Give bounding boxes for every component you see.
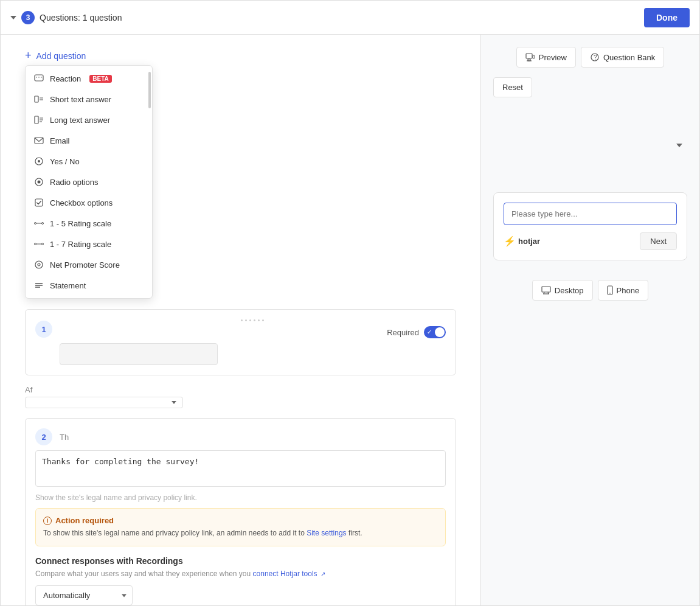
after-dropdown[interactable] [25, 397, 183, 408]
question-type-dropdown: Reaction BETA Short text answer Long tex… [25, 65, 153, 299]
device-row: Desktop Phone [493, 280, 687, 301]
widget-footer: ⚡ hotjar Next [504, 232, 677, 250]
dropdown-item-rating7[interactable]: 1 - 7 Rating scale [26, 234, 152, 254]
reset-label: Reset [502, 83, 523, 92]
svg-point-24 [38, 263, 40, 266]
next-button[interactable]: Next [640, 232, 677, 250]
dropdown-item-email[interactable]: Email [26, 130, 152, 151]
action-required-box: i Action required To show this site's le… [35, 508, 446, 546]
svg-rect-28 [526, 54, 532, 58]
hj-slash-icon: ⚡ [504, 235, 516, 247]
radio-label: Radio options [50, 178, 99, 187]
question-2-card: 2 Th Thanks for completing the survey! S… [25, 418, 456, 605]
desktop-icon [541, 286, 551, 294]
preview-widget: ⚡ hotjar Next [493, 192, 687, 260]
svg-text:?: ? [594, 54, 597, 61]
svg-point-23 [35, 261, 43, 268]
long-text-label: Long text answer [50, 116, 110, 125]
plus-icon: + [25, 49, 32, 62]
short-text-icon [34, 94, 44, 104]
question-1-input[interactable] [60, 343, 218, 365]
svg-rect-31 [533, 55, 535, 58]
svg-point-17 [35, 223, 36, 225]
hotjar-logo: ⚡ hotjar [504, 235, 540, 247]
checkbox-icon [34, 198, 44, 207]
question-bank-icon: ? [590, 52, 600, 62]
after-label: Af [25, 385, 456, 394]
add-question-button[interactable]: + Add question [25, 47, 86, 64]
long-text-icon [34, 115, 44, 125]
rating5-label: 1 - 5 Rating scale [50, 219, 111, 228]
survey-completion-textarea[interactable]: Thanks for completing the survey! [35, 450, 446, 487]
right-panel: Preview ? Question Bank Reset ⚡ [480, 35, 699, 605]
after-chevron-icon [172, 401, 176, 404]
phone-label: Phone [617, 286, 640, 295]
yes-no-icon [34, 156, 44, 166]
rating5-icon [34, 218, 44, 228]
legal-text: Show the site's legal name and privacy p… [35, 493, 446, 502]
step-badge: 3 [21, 11, 35, 24]
connect-hotjar-link[interactable]: connect Hotjar tools ↗ [253, 569, 325, 578]
dropdown-item-long-text[interactable]: Long text answer [26, 110, 152, 130]
nps-label: Net Promoter Score [50, 260, 120, 270]
phone-button[interactable]: Phone [598, 280, 649, 301]
rating7-icon [34, 239, 44, 249]
required-toggle[interactable]: ✓ [424, 326, 446, 338]
question-2-number: 2 [35, 428, 52, 445]
email-label: Email [50, 136, 70, 145]
radio-icon [34, 177, 44, 187]
svg-point-39 [609, 293, 611, 294]
action-required-title: i Action required [43, 516, 438, 525]
svg-point-20 [35, 243, 36, 245]
add-question-label: Add question [36, 51, 86, 61]
connect-title: Connect responses with Recordings [35, 556, 446, 566]
connect-desc: Compare what your users say and what the… [35, 568, 446, 579]
dropdown-item-checkbox[interactable]: Checkbox options [26, 192, 152, 213]
svg-rect-7 [35, 116, 38, 124]
preview-button[interactable]: Preview [516, 47, 576, 68]
desktop-button[interactable]: Desktop [532, 280, 593, 301]
desktop-label: Desktop [555, 286, 584, 295]
short-text-label: Short text answer [50, 95, 111, 104]
svg-point-19 [42, 223, 44, 225]
svg-point-13 [38, 160, 40, 162]
reset-button[interactable]: Reset [493, 77, 532, 97]
svg-rect-11 [35, 138, 43, 144]
dropdown-item-short-text[interactable]: Short text answer [26, 89, 152, 110]
dropdown-item-reaction[interactable]: Reaction BETA [26, 68, 152, 89]
connect-dropdown[interactable]: Automatically [35, 585, 133, 605]
beta-badge: BETA [89, 75, 111, 83]
main-layout: + Add question Reaction BETA [1, 35, 699, 605]
question-bank-button[interactable]: ? Question Bank [581, 47, 664, 68]
widget-collapse-icon[interactable] [676, 144, 682, 147]
svg-rect-0 [35, 75, 43, 81]
dropdown-item-statement[interactable]: Statement [26, 275, 152, 296]
dropdown-item-yes-no[interactable]: Yes / No [26, 151, 152, 172]
done-button[interactable]: Done [644, 8, 690, 27]
question-2-header: 2 Th [35, 428, 446, 445]
chevron-down-icon[interactable] [10, 16, 16, 19]
question-1-number: 1 [35, 321, 52, 338]
toggle-check: ✓ [427, 329, 432, 335]
header-title: Questions: 1 question [40, 13, 122, 23]
question-bank-label: Question Bank [603, 53, 655, 62]
widget-area: ⚡ hotjar Next [493, 156, 687, 260]
phone-icon [607, 285, 613, 295]
nps-icon [34, 260, 44, 270]
widget-input[interactable] [504, 203, 677, 225]
connect-section: Connect responses with Recordings Compar… [35, 556, 446, 605]
svg-point-15 [38, 181, 41, 184]
statement-label: Statement [50, 281, 86, 290]
site-settings-link[interactable]: Site settings [307, 529, 348, 537]
question-1-card: 1 Required [25, 309, 456, 375]
dropdown-item-nps[interactable]: Net Promoter Score [26, 254, 152, 275]
left-panel: + Add question Reaction BETA [1, 35, 480, 605]
dropdown-item-rating5[interactable]: 1 - 5 Rating scale [26, 213, 152, 234]
question-2-label: Th [60, 433, 69, 442]
toggle-knob [435, 327, 445, 337]
question-1-content: Required ✓ [60, 319, 446, 365]
hotjar-label: hotjar [518, 237, 540, 246]
dropdown-item-radio[interactable]: Radio options [26, 172, 152, 192]
svg-rect-16 [35, 199, 43, 206]
svg-rect-34 [542, 287, 550, 292]
